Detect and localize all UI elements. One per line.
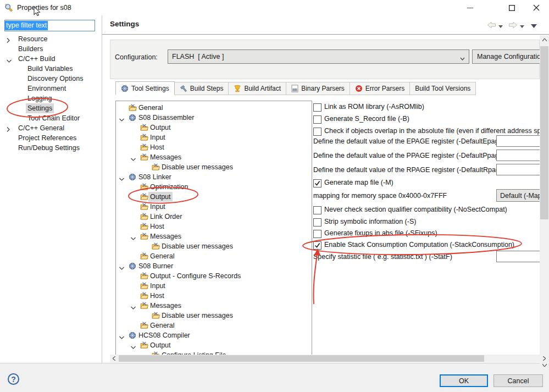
tool-tree-item-output[interactable]: Output — [116, 340, 312, 350]
tool-tree-item-output[interactable]: Output — [116, 192, 312, 202]
view-menu-icon[interactable] — [531, 22, 537, 30]
chevron-down-icon[interactable] — [119, 174, 126, 180]
tool-tree-item-messages[interactable]: Messages — [116, 231, 312, 241]
forward-menu-chevron-icon[interactable] — [520, 22, 524, 30]
chevron-down-icon[interactable] — [131, 154, 137, 161]
tool-tree-item-disable-user-messages[interactable]: Disable user messages — [116, 162, 312, 172]
checkbox-strip-symbolic-information-s[interactable] — [313, 218, 321, 227]
horizontal-scrollbar-thumb[interactable] — [119, 355, 484, 362]
scroll-left-icon[interactable] — [110, 355, 118, 362]
ok-button[interactable]: OK — [440, 374, 488, 387]
sidebar-item-label: Discovery Options — [27, 74, 83, 84]
chevron-down-icon[interactable] — [131, 233, 137, 240]
checkbox-generate-s-record-file-b[interactable] — [313, 115, 321, 124]
tool-tree-item-s08-burner[interactable]: S08 Burner — [116, 261, 312, 271]
option-label: Define the default value of the RPAGE re… — [313, 166, 506, 174]
maximize-button[interactable] — [499, 0, 524, 15]
chevron-right-icon[interactable] — [7, 36, 13, 42]
option-label: Generate S_Record file (-B) — [324, 115, 409, 123]
checkbox-generate-map-file-m[interactable] — [313, 179, 321, 187]
chevron-down-icon[interactable] — [131, 302, 137, 309]
tab-build-artifact[interactable]: Build Artifact — [229, 82, 286, 95]
tool-tree-item-input[interactable]: Input — [116, 281, 312, 291]
configuration-dropdown[interactable]: FLASH [ Active ] — [168, 49, 469, 64]
sidebar-item-c-c-build[interactable]: C/C++ Build — [0, 54, 102, 64]
sidebar-item-environment[interactable]: Environment — [0, 84, 102, 93]
checkbox-enable-stack-consumption-computation-sta[interactable] — [313, 241, 321, 250]
tool-tree-item-general[interactable]: General — [116, 251, 312, 261]
checkbox-generate-fixups-in-abs-file-sfixups[interactable] — [313, 230, 321, 238]
sidebar-item-discovery-options[interactable]: Discovery Options — [0, 74, 102, 84]
tool-tree-item-label: Link Order — [150, 212, 182, 222]
tab-error-parsers[interactable]: Error Parsers — [350, 82, 410, 95]
manage-configurations-button[interactable]: Manage Configurations... — [472, 49, 549, 64]
tool-tree-item-label: Input — [150, 202, 165, 212]
option-label: Generate fixups in abs file (-SFixups) — [324, 229, 437, 237]
chevron-down-icon — [460, 54, 465, 62]
back-arrow-icon[interactable] — [487, 21, 496, 30]
vertical-scrollbar[interactable] — [540, 35, 549, 370]
help-button[interactable]: ? — [8, 373, 19, 385]
vertical-scrollbar-thumb[interactable] — [540, 46, 548, 219]
horizontal-scrollbar[interactable] — [110, 355, 540, 362]
tool-tree-item-link-order[interactable]: Link Order — [116, 212, 312, 222]
chevron-right-icon[interactable] — [7, 125, 13, 131]
sidebar-item-label: Run/Debug Settings — [18, 143, 80, 153]
tool-tree-item-messages[interactable]: Messages — [116, 152, 312, 162]
properties-tree: ResourceBuildersC/C++ BuildBuild Variabl… — [0, 34, 102, 153]
cancel-button[interactable]: Cancel — [493, 374, 543, 387]
chevron-down-icon[interactable] — [7, 56, 13, 62]
tool-tree-item-optimization[interactable]: Optimization — [116, 182, 312, 192]
back-menu-chevron-icon[interactable] — [498, 22, 503, 30]
tool-tree-item-input[interactable]: Input — [116, 202, 312, 212]
chevron-down-icon[interactable] — [119, 263, 126, 269]
tab-tool-settings[interactable]: Tool Settings — [115, 81, 175, 95]
chevron-down-icon[interactable] — [131, 342, 137, 349]
tool-tree-item-output[interactable]: Output — [116, 123, 312, 132]
sidebar-item-build-variables[interactable]: Build Variables — [0, 64, 102, 74]
tool-tree-item-disable-user-messages[interactable]: Disable user messages — [116, 241, 312, 251]
tool-tree-item-general[interactable]: General — [116, 321, 312, 330]
sidebar-item-tool-chain-editor[interactable]: Tool Chain Editor — [0, 113, 102, 123]
scroll-up-icon[interactable] — [540, 35, 549, 45]
tool-tree-item-hcs08-compiler[interactable]: HCS08 Compiler — [116, 330, 312, 340]
tool-tree-item-output-configure-s-records[interactable]: Output - Configure S-Records — [116, 271, 312, 281]
tool-tree-item-s08-disassembler[interactable]: S08 Disassembler — [116, 113, 312, 123]
tool-tree-item-general[interactable]: General — [116, 103, 312, 113]
checkbox-link-as-rom-library-asromlib[interactable] — [313, 103, 321, 112]
sidebar-item-resource[interactable]: Resource — [0, 34, 102, 44]
tool-tree-item-label: Disable user messages — [162, 241, 233, 251]
tool-tree-item-disable-user-messages[interactable]: Disable user messages — [116, 311, 312, 321]
option-row-generate-map-file-m: Generate map file (-M) — [313, 178, 549, 190]
sidebar-item-project-references[interactable]: Project References — [0, 133, 102, 143]
tab-build-tool-versions[interactable]: Build Tool Versions — [410, 82, 476, 95]
tab-binary-parsers[interactable]: 010Binary Parsers — [286, 82, 350, 95]
filter-input[interactable]: type filter text — [4, 20, 95, 31]
sidebar-item-settings[interactable]: Settings — [0, 103, 102, 113]
option-row-define-the-default-value-of-the-rpage-re: Define the default value of the RPAGE re… — [313, 165, 549, 177]
tool-tree-item-input[interactable]: Input — [116, 132, 312, 142]
sidebar-item-label: Build Variables — [27, 64, 73, 74]
close-button[interactable] — [524, 0, 549, 15]
tab-build-steps[interactable]: Build Steps — [175, 82, 229, 95]
minimize-button[interactable] — [457, 0, 483, 15]
tool-tree-item-host[interactable]: Host — [116, 222, 312, 231]
tab-label: Build Steps — [190, 85, 224, 92]
tool-tree-item-host[interactable]: Host — [116, 291, 312, 301]
tool-tree-item-label: Messages — [150, 301, 181, 311]
tool-tree-item-label: Messages — [150, 231, 181, 241]
forward-arrow-icon[interactable] — [508, 21, 518, 30]
checkbox-check-if-objects-overlap-in-the-absolute[interactable] — [313, 128, 321, 136]
sidebar-item-logging[interactable]: Logging — [0, 93, 102, 103]
chevron-down-icon[interactable] — [119, 114, 126, 121]
tool-tree-item-messages[interactable]: Messages — [116, 301, 312, 311]
tool-tree-item-s08-linker[interactable]: S08 Linker — [116, 172, 312, 182]
sidebar-item-run-debug-settings[interactable]: Run/Debug Settings — [0, 143, 102, 153]
chevron-down-icon[interactable] — [119, 332, 126, 339]
header-divider — [102, 34, 549, 35]
tool-tree-item-host[interactable]: Host — [116, 142, 312, 152]
scroll-right-icon[interactable] — [540, 355, 549, 362]
sidebar-item-c-c-general[interactable]: C/C++ General — [0, 123, 102, 133]
sidebar-item-builders[interactable]: Builders — [0, 44, 102, 54]
checkbox-never-check-section-qualifier-compatibil[interactable] — [313, 206, 321, 214]
